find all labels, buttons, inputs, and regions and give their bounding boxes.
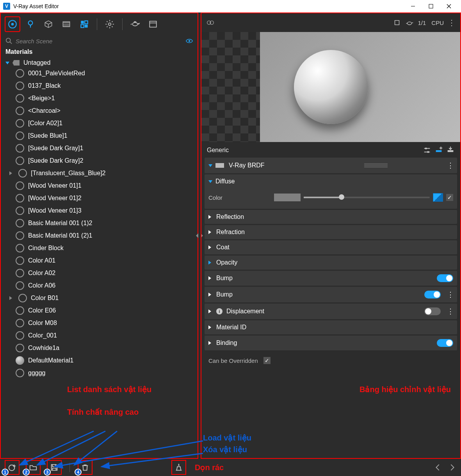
search-input[interactable] bbox=[16, 38, 183, 44]
color-swatch[interactable] bbox=[274, 194, 301, 201]
materials-tab-icon[interactable] bbox=[5, 16, 20, 32]
drag-handle-icon[interactable] bbox=[364, 163, 388, 167]
maximize-button[interactable] bbox=[422, 0, 440, 12]
svg-rect-26 bbox=[436, 150, 442, 152]
purge-button[interactable] bbox=[171, 460, 186, 475]
toggle-on[interactable] bbox=[437, 339, 453, 347]
nav-forward-icon[interactable] bbox=[448, 463, 456, 472]
material-item[interactable]: Color A01 bbox=[3, 254, 195, 267]
toggle-off[interactable] bbox=[424, 307, 441, 315]
frame-buffer-icon[interactable] bbox=[145, 16, 161, 32]
group-menu-icon[interactable]: ⋮ bbox=[447, 307, 453, 316]
toggle-on[interactable] bbox=[437, 274, 453, 282]
group-label: Diffuse bbox=[215, 178, 453, 185]
delete-material-button[interactable]: 4 bbox=[78, 460, 93, 475]
override-checkbox[interactable]: ✓ bbox=[263, 357, 271, 364]
material-item[interactable]: Color E06 bbox=[3, 304, 195, 317]
bottom-toolbar: 1 2 3 4 Dọn rác bbox=[0, 459, 461, 476]
group-coat-header[interactable]: Coat bbox=[205, 240, 457, 254]
close-button[interactable] bbox=[440, 0, 458, 12]
material-name: [Color A02]1 bbox=[28, 120, 62, 127]
group-refraction-header[interactable]: Refraction bbox=[205, 225, 457, 239]
group-bump1-header[interactable]: Bump bbox=[205, 271, 457, 286]
toggle-on[interactable] bbox=[424, 291, 441, 298]
preview-settings-icon[interactable] bbox=[206, 18, 215, 27]
material-preview-icon bbox=[18, 169, 27, 178]
add-layer-icon[interactable] bbox=[434, 146, 443, 155]
preview-toolbar: 1/1 CPU ⋮ bbox=[201, 13, 460, 32]
material-item[interactable]: Color B01 bbox=[3, 292, 195, 304]
material-item[interactable]: Basic Material 001 (2)1 bbox=[3, 229, 195, 242]
group-binding-header[interactable]: Binding bbox=[205, 336, 457, 350]
material-item[interactable]: [Wood Veneer 01]2 bbox=[3, 192, 195, 204]
material-item[interactable]: <Charcoal> bbox=[3, 105, 195, 117]
material-item[interactable]: [Suede Dark Gray]2 bbox=[3, 155, 195, 167]
material-item[interactable]: [Color A02]1 bbox=[3, 117, 195, 130]
material-preview-icon bbox=[16, 194, 24, 202]
group-displacement-header[interactable]: iDisplacement⋮ bbox=[205, 304, 457, 319]
group-bump2-header[interactable]: Bump⋮ bbox=[205, 287, 457, 302]
save-material-button[interactable]: 3 bbox=[47, 460, 62, 475]
nav-back-icon[interactable] bbox=[434, 463, 442, 472]
texture-enable-checkbox[interactable]: ✓ bbox=[446, 194, 453, 201]
material-item[interactable]: [Suede Dark Gray]1 bbox=[3, 142, 195, 155]
svg-point-24 bbox=[425, 147, 427, 149]
textures-tab-icon[interactable] bbox=[59, 16, 74, 32]
swatches-tab-icon[interactable] bbox=[77, 16, 92, 32]
material-item[interactable]: <Beige>1 bbox=[3, 92, 195, 105]
sliders-icon[interactable] bbox=[423, 146, 431, 155]
material-item[interactable]: Basic Material 001 (1)2 bbox=[3, 217, 195, 229]
stop-icon[interactable] bbox=[393, 18, 401, 27]
minimize-button[interactable] bbox=[404, 0, 422, 12]
settings-icon[interactable] bbox=[102, 16, 117, 32]
material-item[interactable]: [Wood Veneer 01]3 bbox=[3, 204, 195, 217]
preview-menu-icon[interactable]: ⋮ bbox=[448, 18, 456, 27]
renderer-label[interactable]: CPU bbox=[431, 20, 444, 26]
material-item[interactable]: Color M08 bbox=[3, 317, 195, 329]
material-name: [Wood Veneer 01]2 bbox=[28, 195, 82, 202]
group-label: Displacement bbox=[226, 308, 421, 315]
svg-rect-29 bbox=[448, 150, 454, 152]
material-item[interactable]: Cowhide1a bbox=[3, 342, 195, 354]
material-item[interactable]: DefaultMaterial1 bbox=[3, 354, 195, 367]
group-reflection-header[interactable]: Reflection bbox=[205, 210, 457, 224]
add-material-button[interactable]: 1 bbox=[5, 460, 20, 475]
material-item[interactable]: Cinder Block bbox=[3, 242, 195, 254]
texture-slot-icon[interactable] bbox=[433, 193, 443, 202]
material-preview-icon bbox=[16, 107, 24, 115]
material-name: [Suede Dark Gray]2 bbox=[28, 157, 83, 164]
group-diffuse-header[interactable]: Diffuse bbox=[205, 174, 457, 188]
material-preview-icon bbox=[16, 69, 24, 78]
visibility-icon[interactable] bbox=[186, 37, 193, 44]
svg-line-16 bbox=[10, 42, 12, 44]
brdf-header[interactable]: V-Ray BRDF ⋮ bbox=[205, 158, 457, 173]
teapot-icon[interactable] bbox=[127, 16, 143, 32]
material-name: Color_001 bbox=[28, 332, 57, 339]
material-item[interactable]: [Translucent_Glass_Blue]2 bbox=[3, 167, 195, 179]
svg-point-17 bbox=[189, 40, 190, 42]
brdf-chip-icon bbox=[215, 163, 224, 168]
material-item[interactable]: Color A06 bbox=[3, 279, 195, 292]
material-name: 0137_Black bbox=[28, 82, 61, 89]
brdf-menu-icon[interactable]: ⋮ bbox=[447, 161, 453, 170]
svg-rect-8 bbox=[81, 21, 84, 24]
group-opacity-header[interactable]: Opacity bbox=[205, 256, 457, 270]
material-category[interactable]: Untagged bbox=[3, 59, 195, 67]
color-slider[interactable] bbox=[304, 197, 430, 198]
material-item[interactable]: Color_001 bbox=[3, 329, 195, 342]
material-item[interactable]: [Wood Veneer 01]1 bbox=[3, 179, 195, 192]
teapot-preview-icon[interactable] bbox=[405, 18, 414, 27]
open-material-button[interactable]: 2 bbox=[26, 460, 41, 475]
material-item[interactable]: 0137_Black bbox=[3, 80, 195, 92]
material-preview-icon bbox=[16, 131, 24, 140]
material-item[interactable]: 0001_PaleVioletRed bbox=[3, 67, 195, 80]
material-item[interactable]: ggggg bbox=[3, 367, 195, 379]
material-item[interactable]: Color A02 bbox=[3, 267, 195, 279]
material-name: Cowhide1a bbox=[28, 345, 59, 352]
lights-tab-icon[interactable] bbox=[23, 16, 38, 32]
save-preset-icon[interactable] bbox=[446, 146, 455, 155]
geometry-tab-icon[interactable] bbox=[41, 16, 56, 32]
group-material_id-header[interactable]: Material ID bbox=[205, 320, 457, 334]
material-item[interactable]: [Suede Blue]1 bbox=[3, 130, 195, 142]
group-menu-icon[interactable]: ⋮ bbox=[447, 290, 453, 299]
